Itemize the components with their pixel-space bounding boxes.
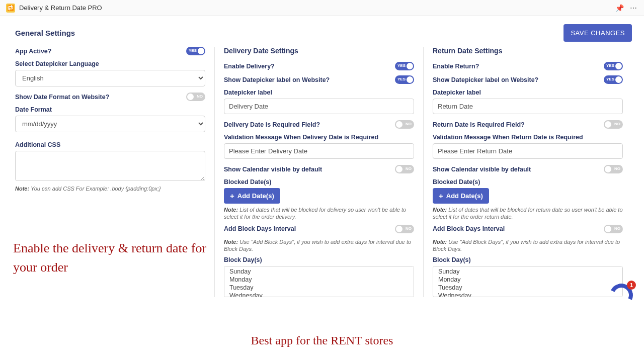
list-item[interactable]: Sunday	[433, 267, 622, 276]
list-item[interactable]: Wednesday	[224, 292, 414, 297]
enable-return-toggle[interactable]: YES	[604, 62, 623, 70]
return-block-days-label: Block Day(s)	[433, 256, 623, 263]
plus-icon: +	[439, 192, 443, 200]
return-show-label-label: Show Datepicker label on Website?	[433, 76, 538, 83]
return-validation-label: Validation Message When Return Date is R…	[433, 134, 623, 141]
return-required-label: Return Date is Required Field?	[433, 121, 525, 128]
delivery-validation-input[interactable]	[224, 143, 414, 159]
return-dp-label-input[interactable]	[433, 99, 623, 114]
delivery-show-cal-toggle[interactable]: NO	[395, 165, 414, 173]
chat-widget[interactable]: 1	[610, 284, 633, 307]
enable-delivery-label: Enable Delivery?	[224, 63, 275, 70]
more-icon[interactable]: ⋯	[629, 4, 638, 12]
delivery-column: Delivery Date Settings Enable Delivery? …	[214, 47, 423, 297]
delivery-interval-label: Add Block Days Interval	[224, 225, 296, 232]
return-interval-note: Note: Use "Add Block Days", if you wish …	[433, 238, 623, 253]
app-icon: 🔁	[6, 4, 15, 13]
delivery-required-label: Delivery Date is Required Field?	[224, 121, 320, 128]
return-required-toggle[interactable]: NO	[604, 120, 623, 129]
delivery-show-label-toggle[interactable]: YES	[395, 75, 414, 84]
app-title: Delivery & Return Date PRO	[19, 4, 102, 12]
date-format-label: Date Format	[15, 106, 205, 113]
return-show-cal-toggle[interactable]: NO	[604, 165, 623, 173]
return-interval-toggle[interactable]: NO	[604, 225, 623, 233]
delivery-show-label-label: Show Datepicker label on Website?	[224, 76, 330, 83]
additional-css-label: Additional CSS	[15, 141, 205, 148]
app-active-label: App Active?	[15, 48, 51, 55]
delivery-show-cal-label: Show Calendar visible by default	[224, 166, 322, 173]
return-add-dates-button[interactable]: +Add Date(s)	[433, 188, 489, 204]
general-settings-title: General Settings	[12, 29, 75, 37]
return-blocked-note: Note: List of dates that will be blocked…	[433, 206, 623, 221]
enable-return-label: Enable Return?	[433, 63, 479, 70]
delivery-blocked-label: Blocked Date(s)	[224, 178, 414, 186]
chat-badge: 1	[627, 281, 636, 290]
lang-label: Select Datepicker Language	[15, 60, 205, 67]
promo-text-1: Enable the delivery & return date for yo…	[13, 239, 229, 277]
titlebar: 🔁 Delivery & Return Date PRO 📌 ⋯	[0, 0, 644, 16]
return-blocked-label: Blocked Date(s)	[433, 178, 623, 186]
app-active-toggle[interactable]: YES	[186, 47, 205, 55]
additional-css-textarea[interactable]	[15, 151, 205, 181]
delivery-blocked-note: Note: List of dates that will be blocked…	[224, 206, 414, 221]
list-item[interactable]: Tuesday	[224, 284, 414, 292]
show-date-format-toggle[interactable]: NO	[186, 93, 205, 101]
enable-delivery-toggle[interactable]: YES	[395, 62, 414, 70]
delivery-title: Delivery Date Settings	[224, 47, 414, 55]
pin-icon[interactable]: 📌	[615, 4, 624, 12]
date-format-select[interactable]: mm/dd/yyyy	[15, 116, 205, 132]
return-column: Return Date Settings Enable Return? YES …	[423, 47, 632, 297]
list-item[interactable]: Monday	[224, 276, 414, 284]
css-note: Note: You can add CSS For Example: .body…	[15, 185, 205, 192]
return-interval-label: Add Block Days Interval	[433, 225, 505, 232]
return-title: Return Date Settings	[433, 47, 623, 55]
delivery-block-days-list[interactable]: Sunday Monday Tuesday Wednesday	[224, 266, 414, 297]
language-select[interactable]: English	[15, 70, 205, 86]
plus-icon: +	[230, 192, 234, 200]
return-show-cal-label: Show Calendar visible by default	[433, 166, 531, 173]
return-validation-input[interactable]	[433, 143, 623, 159]
list-item[interactable]: Sunday	[224, 267, 414, 276]
list-item[interactable]: Monday	[433, 276, 622, 284]
delivery-add-dates-button[interactable]: +Add Date(s)	[224, 188, 280, 204]
delivery-block-days-label: Block Day(s)	[224, 256, 414, 263]
delivery-required-toggle[interactable]: NO	[395, 120, 414, 129]
delivery-interval-toggle[interactable]: NO	[395, 225, 414, 233]
delivery-dp-label-label: Datepicker label	[224, 89, 414, 96]
header-row: General Settings SAVE CHANGES	[12, 24, 632, 42]
delivery-validation-label: Validation Message When Delivery Date is…	[224, 134, 414, 141]
save-changes-button[interactable]: SAVE CHANGES	[564, 24, 632, 42]
show-date-format-label: Show Date Format on Website?	[15, 94, 109, 101]
delivery-interval-note: Note: Use "Add Block Days", if you wish …	[224, 238, 414, 253]
list-item[interactable]: Tuesday	[433, 284, 622, 292]
return-dp-label-label: Datepicker label	[433, 89, 623, 96]
list-item[interactable]: Wednesday	[433, 292, 622, 297]
return-block-days-list[interactable]: Sunday Monday Tuesday Wednesday	[433, 266, 623, 297]
delivery-dp-label-input[interactable]	[224, 99, 414, 114]
return-show-label-toggle[interactable]: YES	[604, 75, 623, 84]
promo-text-2: Best app for the RENT stores	[0, 334, 644, 347]
